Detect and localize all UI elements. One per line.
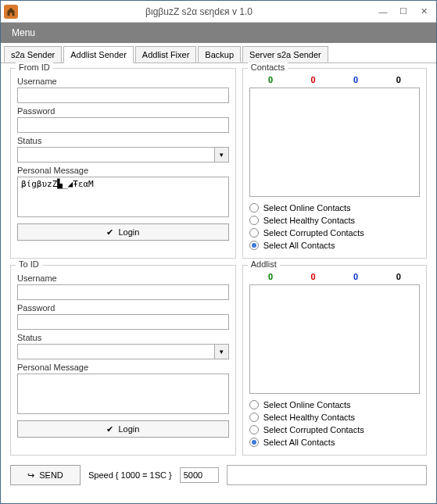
app-window: βιgβuzZ s2α sєηdєя v 1.0 — ☐ ✕ Menu s2a … [0, 0, 437, 504]
contacts-count-2: 0 [353, 75, 358, 84]
from-login-label: Login [118, 227, 139, 237]
from-id-group: From ID Username Password Status ▼ Perso… [10, 68, 236, 259]
addlist-listbox[interactable] [249, 284, 420, 394]
addlist-count-2: 0 [353, 272, 358, 281]
status-output [227, 465, 427, 485]
from-username-label: Username [17, 77, 229, 86]
menubar: Menu [1, 23, 436, 43]
from-username-input[interactable] [17, 88, 229, 103]
to-id-group: To ID Username Password Status ▼ Persona… [10, 265, 236, 456]
addlist-group: Addlist 0 0 0 0 Select Online Contacts S… [242, 265, 427, 456]
from-pm-label: Personal Message [17, 166, 229, 175]
to-status-label: Status [17, 333, 229, 342]
contacts-count-3: 0 [396, 75, 401, 84]
send-icon: ↪ [27, 470, 34, 481]
addlist-radio-corrupted[interactable]: Select Corrupted Contacts [249, 424, 420, 436]
content-area: From ID Username Password Status ▼ Perso… [1, 63, 436, 491]
addlist-count-1: 0 [311, 272, 316, 281]
to-pm-label: Personal Message [17, 363, 229, 372]
speed-label: Speed { 1000 = 1SC } [88, 470, 172, 480]
addlist-count-3: 0 [396, 272, 401, 281]
from-status-label: Status [17, 136, 229, 145]
addlist-legend: Addlist [248, 259, 280, 269]
addlist-radio-online[interactable]: Select Online Contacts [249, 399, 420, 411]
app-icon [4, 5, 18, 19]
contacts-radio-corrupted[interactable]: Select Corrupted Contacts [249, 227, 420, 239]
window-controls: — ☐ ✕ [374, 4, 433, 20]
send-button[interactable]: ↪ SEND [10, 465, 81, 485]
contacts-count-0: 0 [268, 75, 273, 84]
tab-backup[interactable]: Backup [198, 46, 241, 63]
tab-addlist-sender[interactable]: Addlist Sender [63, 46, 134, 63]
addlist-radio-all[interactable]: Select All Contacts [249, 436, 420, 449]
addlist-count-0: 0 [268, 272, 273, 281]
to-username-input[interactable] [17, 284, 229, 300]
close-button[interactable]: ✕ [414, 4, 433, 20]
addlist-radiogroup: Select Online Contacts Select Healthy Co… [249, 399, 420, 449]
from-login-button[interactable]: ✔ Login [17, 223, 229, 241]
window-title: βιgβuzZ s2α sєηdєя v 1.0 [24, 6, 374, 17]
to-password-label: Password [17, 303, 229, 313]
minimize-button[interactable]: — [374, 4, 392, 20]
check-icon: ✔ [106, 227, 113, 238]
tab-s2a-sender[interactable]: s2a Sender [4, 46, 62, 63]
addlist-radio-healthy[interactable]: Select Healthy Contacts [249, 411, 420, 424]
contacts-radiogroup: Select Online Contacts Select Healthy Co… [249, 202, 420, 252]
bottom-bar: ↪ SEND Speed { 1000 = 1SC } [10, 465, 427, 485]
to-login-button[interactable]: ✔ Login [17, 420, 229, 438]
tabbar: s2a Sender Addlist Sender Addlist Fixer … [1, 43, 436, 63]
from-id-legend: From ID [16, 63, 53, 72]
menu-button[interactable]: Menu [7, 24, 40, 41]
send-label: SEND [39, 470, 63, 480]
contacts-legend: Contacts [248, 63, 288, 72]
maximize-button[interactable]: ☐ [394, 4, 413, 20]
contacts-radio-online[interactable]: Select Online Contacts [249, 202, 420, 214]
check-icon: ✔ [106, 424, 113, 434]
contacts-radio-all[interactable]: Select All Contacts [249, 239, 420, 252]
contacts-listbox[interactable] [249, 88, 420, 197]
tab-server-s2a-sender[interactable]: Server s2a Sender [242, 46, 328, 63]
titlebar: βιgβuzZ s2α sєηdєя v 1.0 — ☐ ✕ [1, 1, 436, 23]
to-password-input[interactable] [17, 314, 229, 330]
speed-input[interactable] [180, 467, 219, 483]
contacts-count-1: 0 [311, 75, 316, 84]
to-status-dropdown-button[interactable]: ▼ [215, 344, 229, 359]
to-pm-textarea[interactable] [17, 374, 229, 414]
to-login-label: Login [118, 424, 139, 434]
from-password-input[interactable] [17, 117, 229, 133]
contacts-group: Contacts 0 0 0 0 Select Online Contacts … [242, 68, 427, 259]
contacts-radio-healthy[interactable]: Select Healthy Contacts [249, 214, 420, 227]
from-password-label: Password [17, 106, 229, 116]
from-pm-textarea[interactable] [17, 177, 229, 217]
from-status-dropdown-button[interactable]: ▼ [215, 147, 229, 163]
addlist-counters: 0 0 0 0 [249, 270, 420, 284]
to-username-label: Username [17, 273, 229, 283]
contacts-counters: 0 0 0 0 [249, 73, 420, 88]
from-status-combo[interactable] [17, 147, 215, 163]
to-id-legend: To ID [16, 259, 42, 269]
tab-addlist-fixer[interactable]: Addlist Fixer [135, 46, 197, 63]
to-status-combo[interactable] [17, 344, 215, 359]
